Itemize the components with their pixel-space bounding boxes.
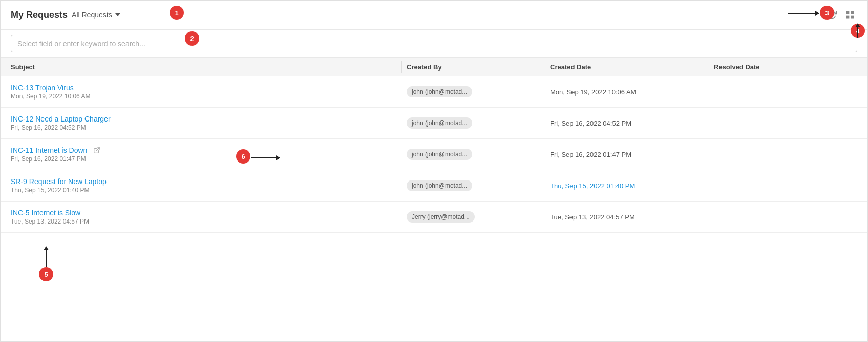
annotation-2: 2 <box>185 31 199 46</box>
subject-col: INC-5 Internet is Slow Tue, Sep 13, 2022… <box>11 209 407 225</box>
creator-badge: Jerry (jerry@motad... <box>407 211 475 223</box>
table-row: INC-13 Trojan Virus Mon, Sep 19, 2022 10… <box>1 76 867 108</box>
svg-line-4 <box>96 148 99 151</box>
table-row: INC-5 Internet is Slow Tue, Sep 13, 2022… <box>1 202 867 233</box>
grid-view-button[interactable] <box>843 8 857 22</box>
svg-rect-2 <box>846 16 850 19</box>
created-by-col: john (john@motad... <box>407 180 550 191</box>
creator-badge: john (john@motad... <box>407 117 472 129</box>
created-by-col: john (john@motad... <box>407 149 550 160</box>
arrow-5 <box>46 247 47 267</box>
subject-link[interactable]: INC-11 Internet is Down <box>11 146 87 154</box>
arrow-6 <box>251 157 280 158</box>
annotation-1: 1 <box>170 6 184 20</box>
created-by-col: john (john@motad... <box>407 86 550 97</box>
created-by-col: Jerry (jerry@motad... <box>407 211 550 223</box>
subject-col: INC-12 Need a Laptop Charger Fri, Sep 16… <box>11 115 407 131</box>
subject-col: INC-11 Internet is Down Fri, Sep 16, 202… <box>11 146 407 163</box>
table-row: INC-11 Internet is Down Fri, Sep 16, 202… <box>1 139 867 170</box>
subject-date: Thu, Sep 15, 2022 01:40 PM <box>11 187 407 194</box>
grid-icon <box>845 10 855 20</box>
subject-col: INC-13 Trojan Virus Mon, Sep 19, 2022 10… <box>11 84 407 100</box>
col-header-resolved-date: Resolved Date <box>714 63 857 71</box>
arrow-3 <box>788 13 819 14</box>
svg-rect-3 <box>851 16 854 19</box>
external-link-icon[interactable] <box>93 147 100 154</box>
chevron-down-icon <box>115 13 120 16</box>
annotation-6: 6 <box>236 149 250 164</box>
subject-link[interactable]: SR-9 Request for New Laptop <box>11 177 407 186</box>
arrow-4 <box>857 24 858 38</box>
created-by-col: john (john@motad... <box>407 117 550 129</box>
subject-date: Fri, Sep 16, 2022 01:47 PM <box>11 155 407 163</box>
all-requests-label: All Requests <box>72 11 112 19</box>
svg-rect-1 <box>851 11 854 14</box>
created-date-col: Mon, Sep 19, 2022 10:06 AM <box>550 88 714 96</box>
table-row: SR-9 Request for New Laptop Thu, Sep 15,… <box>1 170 867 202</box>
subject-link[interactable]: INC-13 Trojan Virus <box>11 84 407 92</box>
annotation-5: 5 <box>39 267 53 281</box>
created-date-col: Fri, Sep 16, 2022 04:52 PM <box>550 119 714 127</box>
header-left: My Requests All Requests <box>11 10 120 21</box>
created-date-col: Tue, Sep 13, 2022 04:57 PM <box>550 213 714 221</box>
subject-link[interactable]: INC-12 Need a Laptop Charger <box>11 115 407 123</box>
creator-badge: john (john@motad... <box>407 86 472 97</box>
col-header-subject: Subject <box>11 63 407 71</box>
col-header-created-date: Created Date <box>550 63 714 71</box>
page-title: My Requests <box>11 10 68 21</box>
table-body: INC-13 Trojan Virus Mon, Sep 19, 2022 10… <box>1 76 867 233</box>
main-container: 1 2 3 4 5 6 My Requests All Requests <box>0 0 868 342</box>
table-header: Subject Created By Created Date Resolved… <box>1 58 867 76</box>
search-bar <box>1 30 867 58</box>
subject-date: Fri, Sep 16, 2022 04:52 PM <box>11 124 407 131</box>
col-header-created-by: Created By <box>407 63 550 71</box>
all-requests-dropdown[interactable]: All Requests <box>72 11 120 19</box>
header: My Requests All Requests <box>1 1 867 30</box>
annotation-3: 3 <box>820 6 834 20</box>
table-row: INC-12 Need a Laptop Charger Fri, Sep 16… <box>1 108 867 139</box>
subject-link[interactable]: INC-5 Internet is Slow <box>11 209 407 217</box>
created-date-col: Thu, Sep 15, 2022 01:40 PM <box>550 182 714 190</box>
search-input[interactable] <box>11 35 857 52</box>
subject-col: SR-9 Request for New Laptop Thu, Sep 15,… <box>11 177 407 194</box>
created-date-col: Fri, Sep 16, 2022 01:47 PM <box>550 151 714 158</box>
creator-badge: john (john@motad... <box>407 149 472 160</box>
subject-date: Mon, Sep 19, 2022 10:06 AM <box>11 93 407 100</box>
subject-date: Tue, Sep 13, 2022 04:57 PM <box>11 218 407 225</box>
creator-badge: john (john@motad... <box>407 180 472 191</box>
svg-rect-0 <box>846 11 850 14</box>
